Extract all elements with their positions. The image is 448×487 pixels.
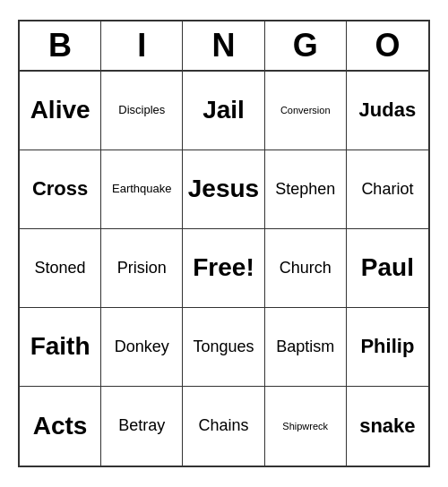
cell-text-0: Alive [30, 97, 90, 124]
bingo-cell-1: Disciples [101, 72, 183, 150]
bingo-cell-20: Acts [20, 387, 101, 466]
bingo-cell-4: Judas [347, 72, 428, 150]
cell-text-19: Philip [360, 336, 414, 357]
cell-text-16: Donkey [115, 338, 169, 356]
cell-text-4: Judas [359, 99, 417, 121]
cell-text-10: Stoned [35, 260, 86, 278]
bingo-cell-19: Philip [347, 308, 428, 387]
bingo-cell-7: Jesus [183, 150, 264, 229]
bingo-cell-12: Free! [183, 229, 264, 308]
cell-text-17: Tongues [193, 338, 254, 356]
cell-text-1: Disciples [118, 104, 165, 116]
cell-text-18: Baptism [276, 338, 334, 356]
header-letter-i: I [101, 21, 183, 70]
cell-text-7: Jesus [188, 175, 259, 203]
bingo-header: BINGO [20, 21, 428, 72]
bingo-cell-24: snake [347, 387, 428, 466]
cell-text-5: Cross [32, 178, 88, 200]
bingo-cell-15: Faith [20, 308, 101, 387]
bingo-grid: AliveDisciplesJailConversionJudasCrossEa… [20, 72, 428, 466]
bingo-cell-11: Prision [101, 229, 183, 308]
bingo-cell-13: Church [265, 229, 347, 308]
cell-text-3: Conversion [280, 105, 331, 115]
header-letter-n: N [183, 21, 264, 70]
header-letter-g: G [265, 21, 347, 70]
cell-text-6: Earthquake [112, 183, 172, 195]
cell-text-13: Church [280, 260, 332, 278]
cell-text-2: Jail [202, 97, 245, 124]
cell-text-9: Chariot [361, 181, 413, 199]
cell-text-22: Chains [198, 417, 248, 435]
bingo-cell-22: Chains [183, 387, 264, 466]
cell-text-11: Prision [117, 260, 167, 278]
bingo-cell-10: Stoned [20, 229, 101, 308]
bingo-cell-8: Stephen [265, 150, 347, 229]
bingo-cell-2: Jail [183, 72, 264, 150]
bingo-cell-6: Earthquake [101, 150, 183, 229]
cell-text-15: Faith [30, 333, 90, 361]
cell-text-23: Shipwreck [282, 421, 328, 431]
cell-text-20: Acts [33, 413, 88, 440]
bingo-cell-14: Paul [347, 229, 428, 308]
bingo-cell-23: Shipwreck [265, 387, 347, 466]
bingo-cell-16: Donkey [101, 308, 183, 387]
cell-text-14: Paul [361, 254, 414, 282]
bingo-cell-5: Cross [20, 150, 101, 229]
cell-text-21: Betray [118, 417, 165, 435]
bingo-cell-18: Baptism [265, 308, 347, 387]
cell-text-24: snake [359, 415, 415, 437]
cell-text-8: Stephen [275, 181, 335, 199]
header-letter-o: O [347, 21, 428, 70]
header-letter-b: B [20, 21, 101, 70]
bingo-cell-21: Betray [101, 387, 183, 466]
bingo-cell-0: Alive [20, 72, 101, 150]
bingo-cell-17: Tongues [183, 308, 264, 387]
bingo-cell-3: Conversion [265, 72, 347, 150]
bingo-card: BINGO AliveDisciplesJailConversionJudasC… [18, 20, 430, 467]
cell-text-12: Free! [193, 254, 254, 282]
bingo-cell-9: Chariot [347, 150, 428, 229]
